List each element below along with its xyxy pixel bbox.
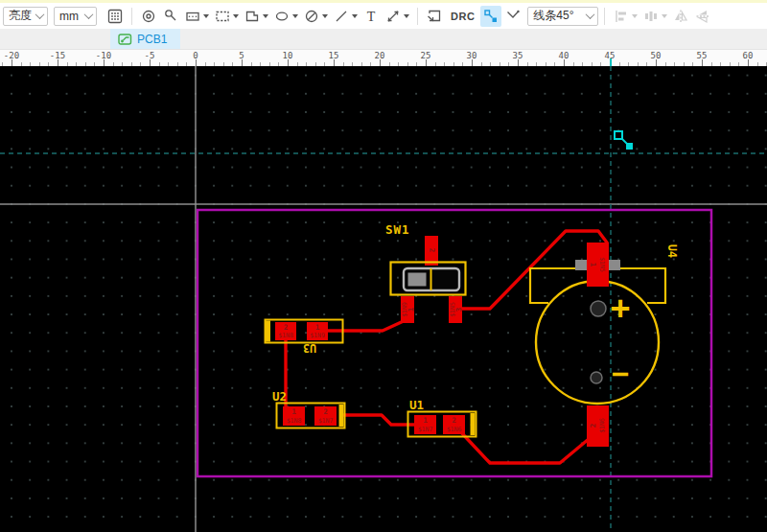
brightness-select[interactable]: 亮度 xyxy=(3,7,48,26)
switch-knob xyxy=(408,273,427,287)
chevron-down-icon xyxy=(586,10,595,19)
ruler-tick xyxy=(748,59,749,66)
ruler-label: -20 xyxy=(4,51,19,60)
ruler-tick xyxy=(242,59,243,66)
ruler-label: 30 xyxy=(467,51,477,60)
ruler-tick xyxy=(518,59,519,66)
polarity-bar xyxy=(266,321,270,342)
text-icon: T xyxy=(362,8,380,25)
units-select[interactable]: mm xyxy=(54,7,97,26)
pad-number: 1 xyxy=(589,263,597,267)
caret-down-icon xyxy=(263,14,268,18)
component-sw1[interactable]: SW1 2 $1N9 1 $1N5 3 xyxy=(385,222,466,323)
ruler-tick xyxy=(564,59,565,66)
component-u4[interactable]: 1 $1N5 + − 2 $1N6 U4 xyxy=(530,243,679,447)
text-tool-button[interactable]: T xyxy=(360,6,382,27)
dimension-icon xyxy=(384,8,402,25)
pad-number: 1 xyxy=(407,307,415,312)
cursor-crosshair xyxy=(0,66,767,532)
ruler-label: 20 xyxy=(375,51,385,60)
ruler-tick xyxy=(12,59,12,66)
copper-area-icon xyxy=(214,8,231,25)
ruler-label: 25 xyxy=(421,51,431,60)
canvas-origin-button[interactable] xyxy=(424,6,445,27)
ruler-label: -5 xyxy=(145,51,155,60)
pad-number: 2 xyxy=(428,248,436,253)
component-u1[interactable]: U1 1 $1N7 2 $1N6 xyxy=(408,398,476,437)
pad-net-label: $1N5 xyxy=(598,257,606,272)
pin-tool-button[interactable] xyxy=(160,6,181,27)
pad-net-label: $1N8 xyxy=(287,417,302,425)
ruler-label: 35 xyxy=(513,51,523,60)
drc-button[interactable]: DRC xyxy=(446,6,479,27)
trace[interactable] xyxy=(328,320,406,331)
ellipse-icon xyxy=(273,8,291,25)
copper-area-tool-button[interactable] xyxy=(212,6,241,27)
pad-number: 3 xyxy=(454,307,463,312)
pad-tool-button[interactable] xyxy=(182,6,211,27)
ruler-label: 15 xyxy=(329,51,339,60)
horizontal-ruler: -20-15-10-5051015202530354045505560 xyxy=(0,50,767,66)
keepout-tool-button[interactable] xyxy=(301,6,330,27)
ruler-tick xyxy=(702,59,703,66)
toolbar-divider xyxy=(417,8,418,25)
solid-region-tool-button[interactable] xyxy=(242,6,270,27)
component-u3[interactable]: 2 $1N8 1 $1N9 U3 xyxy=(266,320,343,356)
caret-down-icon xyxy=(233,14,239,18)
drc-label: DRC xyxy=(448,11,477,22)
align-button[interactable] xyxy=(611,6,639,27)
pad-icon xyxy=(184,8,201,25)
pad-net-label: $1N9 xyxy=(310,332,325,339)
ruler-label: 55 xyxy=(697,51,708,60)
ruler-tick xyxy=(472,59,473,66)
ruler-label: -15 xyxy=(50,51,65,60)
pad-net-label: $1N6 xyxy=(447,426,462,433)
track-cursor-icon xyxy=(615,131,633,150)
origin-axes xyxy=(0,66,767,532)
units-select-label: mm xyxy=(59,10,79,23)
refdes-label: SW1 xyxy=(385,222,410,237)
ruler-tick xyxy=(104,59,105,66)
track-icon xyxy=(482,8,500,25)
ruler-label: 40 xyxy=(559,51,569,60)
silkscreen-circle xyxy=(536,281,659,404)
pcb-canvas[interactable]: SW1 2 $1N9 1 $1N5 3 2 $1N8 xyxy=(0,66,767,532)
line-tool-button[interactable] xyxy=(331,6,360,27)
plus-mark: + xyxy=(611,289,630,327)
via-tool-button[interactable] xyxy=(138,6,159,27)
tab-bar: PCB1 xyxy=(0,29,767,50)
distribute-icon xyxy=(642,8,660,25)
ruler-label: 5 xyxy=(239,51,244,60)
drill-hole xyxy=(591,301,606,316)
pad-tab xyxy=(609,260,620,270)
line-mode-select[interactable]: 线条45° xyxy=(527,7,598,26)
flip-vertical-button[interactable] xyxy=(692,6,713,27)
keepout-icon xyxy=(303,8,320,25)
mitered-track-tool-button[interactable] xyxy=(502,6,523,27)
ruler-tick xyxy=(380,59,381,66)
component-u2[interactable]: U2 1 $1N8 2 $1N7 xyxy=(272,389,345,428)
pad-number: 2 xyxy=(452,416,456,425)
dimension-tool-button[interactable] xyxy=(383,6,411,27)
distribute-button[interactable] xyxy=(640,6,669,27)
refdes-label: U3 xyxy=(303,341,316,355)
ruler-label: 0 xyxy=(193,51,198,60)
pcb-file-icon xyxy=(118,33,132,46)
grid-settings-button[interactable] xyxy=(105,6,126,27)
pad-number: 2 xyxy=(284,323,289,332)
pad-net-label: $1N7 xyxy=(418,426,433,433)
ruler-tick xyxy=(58,59,58,66)
ruler-tick xyxy=(288,59,289,66)
text-tool-glyph: T xyxy=(367,9,376,23)
trace[interactable] xyxy=(460,431,589,463)
line-mode-select-label: 线条45° xyxy=(533,8,573,24)
chevron-down-icon xyxy=(84,10,94,19)
toolbar: 亮度 mm xyxy=(0,3,767,29)
tab-pcb1[interactable]: PCB1 xyxy=(110,29,180,49)
tab-label: PCB1 xyxy=(137,33,167,46)
flip-horizontal-button[interactable] xyxy=(670,6,691,27)
track-tool-button[interactable] xyxy=(480,6,501,27)
caret-down-icon xyxy=(203,14,209,18)
ellipse-tool-button[interactable] xyxy=(271,6,300,27)
trace[interactable] xyxy=(343,415,416,425)
